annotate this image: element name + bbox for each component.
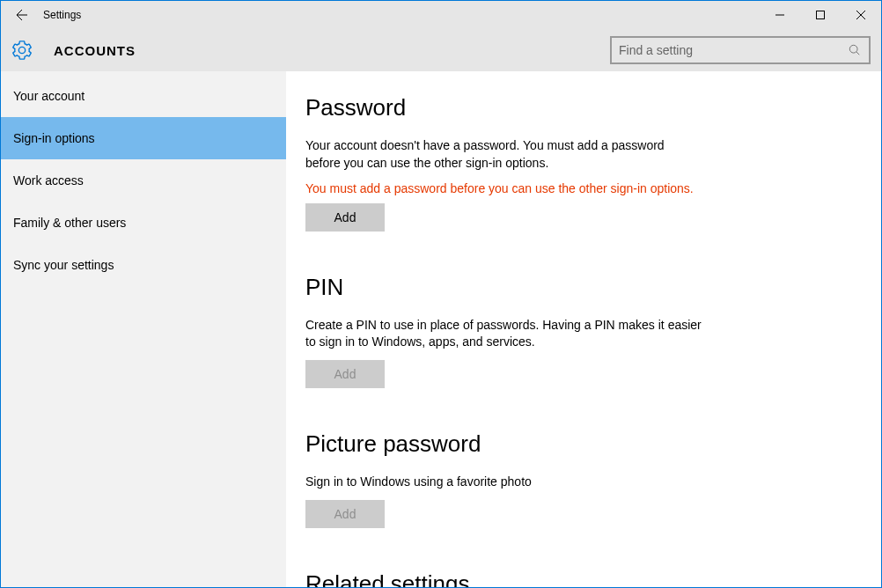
- page-title: ACCOUNTS: [54, 43, 136, 58]
- minimize-button[interactable]: [760, 1, 800, 29]
- back-button[interactable]: [8, 1, 36, 29]
- svg-line-5: [856, 52, 860, 55]
- window-title: Settings: [43, 9, 81, 21]
- sidebar-item-sync-settings[interactable]: Sync your settings: [1, 244, 286, 286]
- section-password: Password Your account doesn't have a pas…: [305, 94, 846, 232]
- content-area: Password Your account doesn't have a pas…: [286, 71, 881, 587]
- titlebar: Settings: [1, 1, 881, 29]
- back-arrow-icon: [15, 8, 29, 22]
- section-text-password: Your account doesn't have a password. Yo…: [305, 137, 702, 172]
- section-title-password: Password: [305, 94, 846, 121]
- section-title-picture-password: Picture password: [305, 430, 846, 458]
- sidebar-item-work-access[interactable]: Work access: [1, 159, 286, 202]
- header: ACCOUNTS: [1, 29, 881, 71]
- section-text-pin: Create a PIN to use in place of password…: [305, 317, 702, 351]
- section-warning-password: You must add a password before you can u…: [305, 180, 702, 198]
- main-area: Your account Sign-in options Work access…: [1, 71, 881, 587]
- maximize-button[interactable]: [800, 1, 841, 29]
- section-title-pin: PIN: [305, 274, 846, 301]
- close-icon: [856, 11, 865, 19]
- maximize-icon: [816, 11, 825, 19]
- related-settings-title: Related settings: [305, 570, 846, 587]
- settings-gear-icon: [11, 40, 33, 61]
- minimize-icon: [775, 11, 784, 19]
- sidebar: Your account Sign-in options Work access…: [1, 71, 286, 587]
- section-picture-password: Picture password Sign in to Windows usin…: [305, 430, 846, 528]
- search-icon: [848, 43, 862, 57]
- add-pin-button: Add: [305, 360, 385, 388]
- add-password-button[interactable]: Add: [305, 203, 385, 232]
- sidebar-item-your-account[interactable]: Your account: [1, 75, 286, 117]
- search-input[interactable]: [619, 43, 848, 57]
- section-text-picture-password: Sign in to Windows using a favorite phot…: [305, 474, 702, 491]
- section-pin: PIN Create a PIN to use in place of pass…: [305, 274, 846, 388]
- add-picture-password-button: Add: [305, 500, 385, 528]
- window-controls: [760, 1, 881, 29]
- svg-rect-1: [817, 11, 825, 19]
- search-box[interactable]: [610, 36, 871, 64]
- sidebar-item-family-other-users[interactable]: Family & other users: [1, 202, 286, 244]
- sidebar-item-sign-in-options[interactable]: Sign-in options: [1, 117, 286, 159]
- close-button[interactable]: [841, 1, 881, 29]
